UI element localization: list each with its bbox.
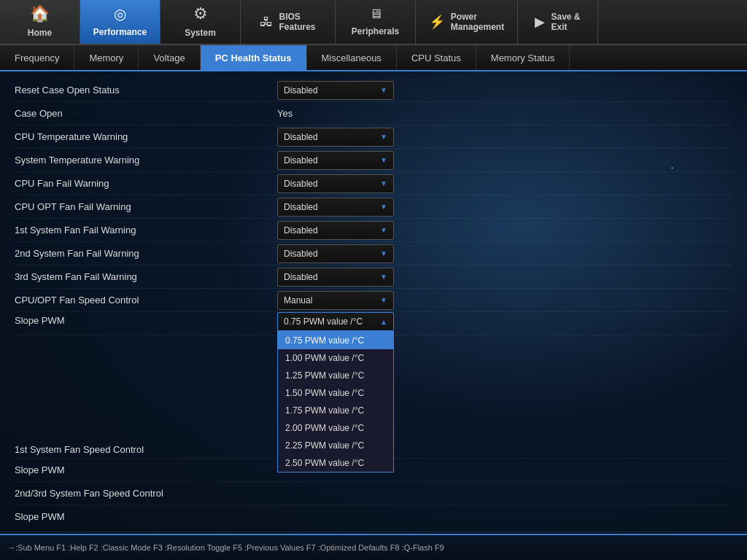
row-cpu-opt-fan-speed: CPU/OPT Fan Speed Control Manual ▼: [15, 289, 732, 312]
dropdown-cpu-opt-fan-fail[interactable]: Disabled ▼: [277, 198, 394, 217]
bottom-divider: [0, 532, 747, 532]
dropdown-reset-case-open-value: Disabled: [284, 85, 377, 96]
label-case-open: Case Open: [15, 105, 277, 122]
row-sys-fan1-fail: 1st System Fan Fail Warning Disabled ▼: [15, 219, 732, 242]
tab-voltage[interactable]: Voltage: [139, 45, 200, 70]
dropdown-sys-fan3-fail[interactable]: Disabled ▼: [277, 268, 394, 287]
slope-pwm-option-0[interactable]: 0.75 PWM value /°C: [278, 332, 393, 349]
label-slope-pwm-1: Slope PWM: [15, 312, 277, 329]
slope-pwm-option-6[interactable]: 2.25 PWM value /°C: [278, 437, 393, 454]
bottom-bar: →:Sub Menu F1 :Help F2 :Classic Mode F3 …: [0, 534, 747, 560]
top-nav: 🏠 Home ◎ Performance ⚙ System 🖧 BIOS Fea…: [0, 0, 747, 45]
dropdown-cpu-opt-fan-speed-value: Manual: [284, 295, 377, 306]
label-sys-fan3-fail: 3rd System Fan Fail Warning: [15, 268, 277, 285]
power-icon: ⚡: [429, 15, 445, 28]
dropdown-sys-temp-warn[interactable]: Disabled ▼: [277, 151, 394, 170]
dropdown-reset-case-open-arrow: ▼: [380, 86, 387, 94]
dropdown-cpu-temp-warn[interactable]: Disabled ▼: [277, 128, 394, 147]
label-slope-pwm-3: Slope PWM: [15, 508, 277, 525]
nav-system-label: System: [185, 28, 216, 38]
label-cpu-fan-fail: CPU Fan Fail Warning: [15, 175, 277, 192]
value-case-open: Yes: [277, 108, 293, 119]
label-sys-fan2-fail: 2nd System Fan Fail Warning: [15, 245, 277, 262]
content-area: Reset Case Open Status Disabled ▼ Case O…: [0, 71, 747, 527]
row-reset-case-open: Reset Case Open Status Disabled ▼: [15, 79, 732, 102]
dropdown-slope-pwm-1-value: 0.75 PWM value /°C: [284, 316, 377, 327]
dropdown-sys-fan3-fail-value: Disabled: [284, 272, 377, 282]
dropdown-sys-fan3-fail-arrow: ▼: [380, 273, 387, 281]
tabs-row: Frequency Memory Voltage PC Health Statu…: [0, 45, 747, 71]
label-sys-fan23-speed: 2nd/3rd System Fan Speed Control: [15, 485, 277, 502]
dropdown-cpu-opt-fan-speed[interactable]: Manual ▼: [277, 291, 394, 310]
label-sys-fan1-speed: 1st System Fan Speed Control: [15, 441, 277, 458]
dropdown-slope-pwm-1-arrow: ▲: [380, 318, 387, 326]
bottom-hint-text: →:Sub Menu F1 :Help F2 :Classic Mode F3 …: [7, 543, 444, 552]
nav-system[interactable]: ⚙ System: [160, 0, 241, 44]
row-cpu-opt-fan-fail: CPU OPT Fan Fail Warning Disabled ▼: [15, 195, 732, 219]
label-sys-temp-warn: System Temperature Warning: [15, 152, 277, 168]
power-label-line1: Power: [451, 12, 477, 22]
nav-power[interactable]: ⚡ Power Management: [416, 0, 518, 44]
dropdown-cpu-fan-fail-value: Disabled: [284, 179, 377, 189]
dropdown-cpu-opt-fan-speed-arrow: ▼: [380, 296, 387, 304]
nav-peripherals[interactable]: 🖥 Peripherals: [336, 0, 416, 44]
slope-pwm-dropdown-menu: 0.75 PWM value /°C 1.00 PWM value /°C 1.…: [277, 331, 394, 472]
label-reset-case-open: Reset Case Open Status: [15, 82, 277, 98]
row-cpu-fan-fail: CPU Fan Fail Warning Disabled ▼: [15, 172, 732, 195]
dropdown-slope-pwm-1[interactable]: 0.75 PWM value /°C ▲: [277, 312, 394, 331]
row-sys-fan3-fail: 3rd System Fan Fail Warning Disabled ▼: [15, 265, 732, 289]
row-sys-temp-warn: System Temperature Warning Disabled ▼: [15, 149, 732, 172]
nav-bios-features[interactable]: 🖧 BIOS Features: [241, 0, 336, 44]
power-label-line2: Management: [451, 22, 504, 32]
dropdown-cpu-fan-fail[interactable]: Disabled ▼: [277, 174, 394, 193]
nav-home-label: Home: [28, 28, 52, 38]
bios-label-line2: Features: [279, 22, 315, 32]
dropdown-cpu-fan-fail-arrow: ▼: [380, 179, 387, 187]
home-icon: 🏠: [30, 6, 50, 22]
slope-pwm-option-2[interactable]: 1.25 PWM value /°C: [278, 367, 393, 384]
dropdown-sys-temp-warn-value: Disabled: [284, 155, 377, 166]
dropdown-sys-fan1-fail-arrow: ▼: [380, 226, 387, 234]
tab-miscellaneous[interactable]: Miscellaneous: [307, 45, 397, 70]
performance-icon: ◎: [114, 7, 126, 21]
nav-performance[interactable]: ◎ Performance: [80, 0, 160, 44]
tab-frequency[interactable]: Frequency: [0, 45, 74, 70]
label-sys-fan1-fail: 1st System Fan Fail Warning: [15, 222, 277, 238]
bios-icon: 🖧: [260, 15, 273, 28]
row-cpu-temp-warn: CPU Temperature Warning Disabled ▼: [15, 125, 732, 149]
slope-pwm-option-1[interactable]: 1.00 PWM value /°C: [278, 349, 393, 367]
dropdown-cpu-temp-warn-arrow: ▼: [380, 133, 387, 141]
tab-memory-status[interactable]: Memory Status: [476, 45, 570, 70]
nav-home[interactable]: 🏠 Home: [0, 0, 80, 44]
dropdown-sys-fan2-fail-value: Disabled: [284, 249, 377, 259]
bios-label-line1: BIOS: [279, 12, 300, 22]
peripherals-icon: 🖥: [369, 7, 382, 20]
system-icon: ⚙: [193, 6, 208, 22]
tab-pc-health-status[interactable]: PC Health Status: [201, 45, 307, 70]
slope-pwm-dropdown-container: 0.75 PWM value /°C ▲ 0.75 PWM value /°C …: [277, 312, 394, 331]
label-cpu-opt-fan-speed: CPU/OPT Fan Speed Control: [15, 292, 277, 308]
nav-save-exit[interactable]: ▶ Save & Exit: [518, 0, 598, 44]
slope-pwm-option-3[interactable]: 1.50 PWM value /°C: [278, 384, 393, 402]
label-cpu-opt-fan-fail: CPU OPT Fan Fail Warning: [15, 198, 277, 215]
row-sys-fan2-fail: 2nd System Fan Fail Warning Disabled ▼: [15, 242, 732, 265]
dropdown-sys-fan1-fail[interactable]: Disabled ▼: [277, 221, 394, 240]
dropdown-sys-temp-warn-arrow: ▼: [380, 156, 387, 164]
save-label-line1: Save &: [551, 12, 580, 22]
label-slope-pwm-2: Slope PWM: [15, 462, 277, 478]
row-slope-pwm-3: Slope PWM: [15, 505, 732, 527]
save-icon: ▶: [535, 15, 545, 28]
dropdown-sys-fan2-fail-arrow: ▼: [380, 249, 387, 257]
tab-cpu-status[interactable]: CPU Status: [397, 45, 476, 70]
slope-pwm-option-7[interactable]: 2.50 PWM value /°C: [278, 454, 393, 472]
dropdown-cpu-temp-warn-value: Disabled: [284, 132, 377, 142]
slope-pwm-option-4[interactable]: 1.75 PWM value /°C: [278, 402, 393, 419]
row-case-open: Case Open Yes: [15, 102, 732, 125]
dropdown-reset-case-open[interactable]: Disabled ▼: [277, 81, 394, 100]
dropdown-sys-fan2-fail[interactable]: Disabled ▼: [277, 244, 394, 263]
tab-memory[interactable]: Memory: [74, 45, 139, 70]
label-cpu-temp-warn: CPU Temperature Warning: [15, 128, 277, 145]
save-label-line2: Exit: [551, 22, 567, 32]
nav-performance-label: Performance: [93, 27, 147, 37]
slope-pwm-option-5[interactable]: 2.00 PWM value /°C: [278, 419, 393, 437]
